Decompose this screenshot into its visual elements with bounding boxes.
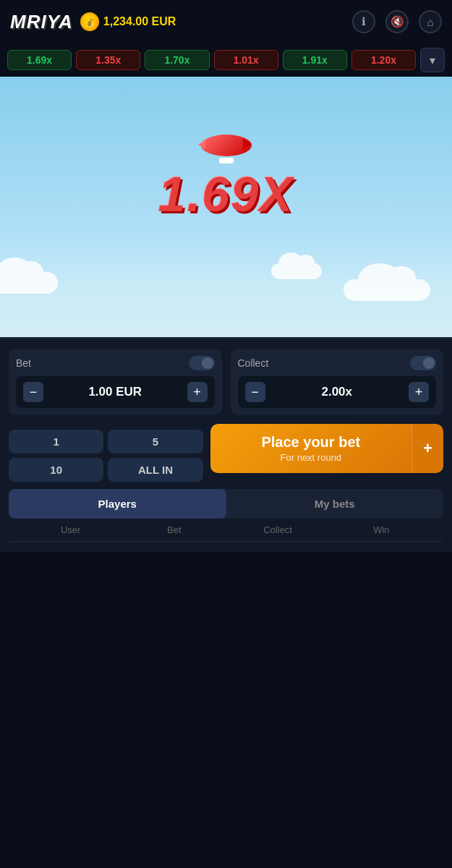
info-icon: ℹ	[362, 15, 366, 28]
collect-panel-header: Collect	[238, 356, 437, 370]
place-bet-area: Place your bet For next round +	[210, 424, 443, 473]
quick-bet-10[interactable]: 10	[9, 458, 103, 482]
controls-area: Bet − 1.00 EUR + Collect −	[0, 337, 452, 552]
mult-badge-1[interactable]: 1.35x	[76, 50, 140, 70]
bet-increase-button[interactable]: +	[187, 382, 208, 402]
mult-badge-5[interactable]: 1.20x	[351, 50, 416, 70]
chevron-down-icon: ▾	[430, 54, 435, 67]
blimp-nose	[198, 140, 205, 149]
bet-label: Bet	[16, 357, 31, 369]
collect-panel: Collect − 2.00x +	[231, 349, 444, 415]
game-multiplier-display: 1.69X	[158, 166, 294, 222]
col-collect: Collect	[226, 524, 330, 535]
mult-badge-4[interactable]: 1.91x	[283, 50, 347, 70]
mute-button[interactable]: 🔇	[385, 10, 409, 33]
collect-increase-button[interactable]: +	[409, 382, 429, 402]
bet-section: 1 5 10 ALL IN Place your bet For next ro…	[9, 424, 443, 482]
col-user: User	[19, 524, 122, 535]
bet-panel-header: Bet	[16, 356, 215, 370]
quick-bet-1[interactable]: 1	[9, 430, 103, 454]
quick-bets-container: 1 5 10 ALL IN	[9, 424, 203, 482]
col-win: Win	[330, 524, 433, 535]
blimp-gondola	[219, 158, 234, 163]
collect-amount-display: 2.00x	[270, 385, 405, 399]
collect-label: Collect	[238, 357, 269, 369]
header: MRIYA 💰 1,234.00 EUR ℹ 🔇 ⌂	[0, 0, 452, 43]
coin-icon: 💰	[80, 12, 99, 31]
game-canvas: 1.69X	[0, 77, 452, 337]
plus-icon-collect: +	[415, 385, 423, 400]
bet-toggle[interactable]	[189, 356, 215, 370]
cloud-2	[344, 279, 430, 301]
blimp	[197, 135, 255, 163]
info-button[interactable]: ℹ	[352, 10, 375, 33]
collect-toggle[interactable]	[410, 356, 436, 370]
tab-players[interactable]: Players	[9, 489, 226, 519]
cloud-1	[0, 272, 58, 294]
multiplier-bar: 1.69x 1.35x 1.70x 1.01x 1.91x 1.20x ▾	[0, 43, 452, 77]
place-bet-button[interactable]: Place your bet For next round	[210, 424, 412, 473]
place-bet-label: Place your bet	[261, 434, 360, 451]
header-icons: ℹ 🔇 ⌂	[352, 10, 442, 33]
blimp-fin	[243, 138, 252, 150]
bet-panel: Bet − 1.00 EUR +	[9, 349, 222, 415]
home-icon: ⌂	[427, 16, 433, 28]
content-body	[0, 552, 452, 841]
bet-amount-row: − 1.00 EUR +	[16, 376, 215, 408]
mute-icon: 🔇	[391, 15, 404, 28]
balance-display: 1,234.00 EUR	[103, 15, 176, 28]
tab-my-bets[interactable]: My bets	[226, 489, 444, 519]
tabs-row: Players My bets	[9, 489, 443, 519]
quick-bet-5[interactable]: 5	[108, 430, 202, 454]
place-bet-sublabel: For next round	[281, 452, 342, 463]
sky-background: 1.69X	[0, 77, 452, 337]
mult-badge-0[interactable]: 1.69x	[7, 50, 72, 70]
history-expand-button[interactable]: ▾	[420, 48, 445, 72]
col-bet: Bet	[122, 524, 226, 535]
collect-amount-row: − 2.00x +	[238, 376, 437, 408]
logo: MRIYA	[10, 11, 73, 33]
quick-bet-allin[interactable]: ALL IN	[108, 458, 202, 482]
place-bet-plus-icon: +	[423, 439, 432, 458]
table-header: User Bet Collect Win	[9, 519, 443, 542]
mult-badge-2[interactable]: 1.70x	[145, 50, 209, 70]
minus-icon-collect: −	[251, 385, 259, 400]
mult-badge-3[interactable]: 1.01x	[214, 50, 278, 70]
balance-area: 💰 1,234.00 EUR	[80, 12, 345, 31]
cloud-3	[271, 263, 322, 279]
place-bet-plus-button[interactable]: +	[412, 424, 443, 473]
blimp-body	[201, 135, 252, 156]
plus-icon: +	[193, 385, 201, 400]
place-bet-container: Place your bet For next round +	[210, 424, 443, 482]
home-button[interactable]: ⌂	[419, 10, 442, 33]
minus-icon: −	[30, 385, 38, 400]
bet-collect-row: Bet − 1.00 EUR + Collect −	[9, 349, 443, 415]
bet-amount-display: 1.00 EUR	[48, 385, 183, 399]
collect-decrease-button[interactable]: −	[245, 382, 265, 402]
bet-decrease-button[interactable]: −	[23, 382, 43, 402]
quick-bets-grid: 1 5 10 ALL IN	[9, 430, 203, 482]
